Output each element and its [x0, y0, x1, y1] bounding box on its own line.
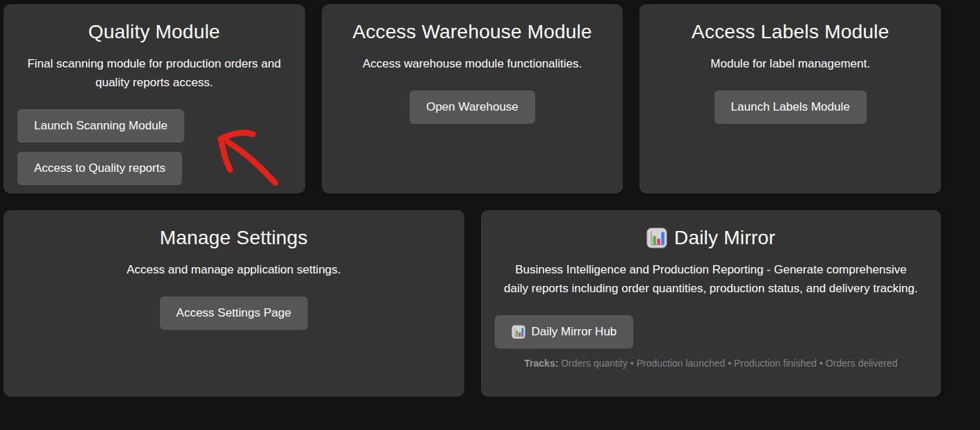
- quality-module-description: Final scanning module for production ord…: [17, 54, 291, 92]
- tracks-summary: Tracks: Orders quantity • Production lau…: [495, 358, 928, 369]
- card-quality-module: Quality Module Final scanning module for…: [3, 4, 305, 193]
- daily-mirror-description: Business Intelligence and Production Rep…: [503, 260, 920, 298]
- access-quality-reports-button[interactable]: Access to Quality reports: [17, 152, 182, 185]
- card-access-labels-module: Access Labels Module Module for label ma…: [639, 4, 941, 193]
- quality-module-title: Quality Module: [17, 21, 291, 43]
- top-card-row: Quality Module Final scanning module for…: [3, 4, 941, 193]
- modules-dashboard: Quality Module Final scanning module for…: [0, 0, 980, 430]
- bar-chart-icon: [646, 228, 667, 248]
- card-access-warehouse-module: Access Warehouse Module Access warehouse…: [322, 4, 623, 193]
- daily-mirror-actions: Daily Mirror Hub: [495, 315, 928, 349]
- card-manage-settings: Manage Settings Access and manage applic…: [3, 210, 464, 397]
- open-warehouse-button[interactable]: Open Warehouse: [409, 90, 535, 124]
- manage-settings-description: Access and manage application settings.: [17, 260, 450, 279]
- labels-module-description: Module for label management.: [653, 54, 927, 73]
- manage-settings-actions: Access Settings Page: [17, 296, 450, 330]
- bar-chart-icon: [512, 325, 525, 339]
- labels-module-title: Access Labels Module: [653, 21, 927, 43]
- card-daily-mirror: Daily Mirror Business Intelligence and P…: [481, 210, 942, 397]
- bottom-card-row: Manage Settings Access and manage applic…: [3, 210, 941, 397]
- tracks-items: Orders quantity • Production launched • …: [561, 358, 897, 369]
- tracks-label: Tracks:: [524, 358, 558, 369]
- warehouse-module-title: Access Warehouse Module: [336, 21, 610, 43]
- access-settings-page-button[interactable]: Access Settings Page: [160, 296, 308, 330]
- daily-mirror-hub-button-label: Daily Mirror Hub: [532, 325, 617, 339]
- quality-module-actions: Launch Scanning Module Access to Quality…: [17, 109, 291, 185]
- launch-labels-module-button[interactable]: Launch Labels Module: [714, 90, 867, 124]
- launch-scanning-module-button[interactable]: Launch Scanning Module: [17, 109, 184, 143]
- daily-mirror-title: Daily Mirror: [495, 227, 928, 249]
- labels-module-actions: Launch Labels Module: [653, 90, 927, 124]
- daily-mirror-hub-button[interactable]: Daily Mirror Hub: [495, 315, 634, 349]
- manage-settings-title: Manage Settings: [17, 227, 450, 249]
- warehouse-module-actions: Open Warehouse: [336, 90, 610, 124]
- warehouse-module-description: Access warehouse module functionalities.: [336, 54, 610, 73]
- daily-mirror-title-text: Daily Mirror: [674, 227, 776, 249]
